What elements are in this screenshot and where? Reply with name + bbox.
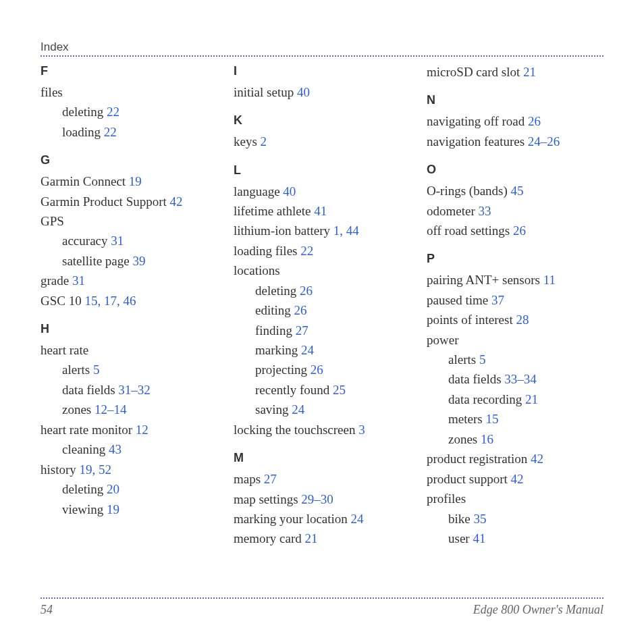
- index-term: recently found: [255, 383, 329, 397]
- page-link[interactable]: 44: [346, 223, 359, 238]
- page-link[interactable]: 37: [491, 293, 504, 307]
- index-subentry: data recording 21: [427, 390, 603, 409]
- page-link[interactable]: 21: [523, 65, 536, 79]
- index-entry: off road settings 26: [427, 221, 603, 240]
- index-entry: grade 31: [41, 271, 217, 290]
- page-link[interactable]: 42: [170, 194, 183, 209]
- page-footer: 54 Edge 800 Owner's Manual: [41, 597, 603, 617]
- index-term: grade: [41, 273, 69, 288]
- index-subentry: viewing 19: [41, 500, 217, 519]
- page-link[interactable]: 5: [479, 352, 486, 367]
- index-term: zones: [62, 402, 91, 417]
- page-link[interactable]: 27: [264, 472, 277, 486]
- index-entry: heart rate monitor 12: [41, 420, 217, 439]
- page-link[interactable]: 26: [311, 363, 323, 377]
- index-subentry: alerts 5: [41, 360, 217, 379]
- index-term: lithium-ion battery: [234, 223, 330, 238]
- index-term: initial setup: [234, 85, 294, 99]
- page-link[interactable]: 14: [114, 402, 127, 417]
- page-link[interactable]: 45: [511, 184, 524, 198]
- index-term: cleaning: [62, 442, 105, 456]
- index-entry: GPS: [41, 211, 217, 231]
- index-term: data recording: [448, 392, 522, 406]
- page-link[interactable]: 21: [305, 531, 318, 545]
- page-link[interactable]: 35: [473, 512, 486, 526]
- page-link[interactable]: 24: [292, 402, 304, 417]
- page-link[interactable]: 20: [107, 482, 119, 496]
- index-entry: GSC 10 15, 17, 46: [41, 291, 217, 311]
- page-link[interactable]: 31: [111, 234, 124, 248]
- index-subentry: recently found 25: [234, 380, 410, 400]
- index-term: Garmin Product Support: [41, 194, 167, 209]
- page-link[interactable]: 40: [283, 184, 296, 198]
- page-link[interactable]: 46: [123, 294, 136, 308]
- page-link[interactable]: 1: [333, 223, 340, 238]
- index-entry: language 40: [234, 182, 410, 201]
- page-link[interactable]: 12: [136, 423, 149, 437]
- page-link[interactable]: 15: [485, 412, 498, 426]
- index-term: data fields: [62, 383, 115, 397]
- page-link[interactable]: 28: [516, 313, 529, 327]
- index-term: accuracy: [62, 234, 108, 248]
- index-term: heart rate: [41, 343, 88, 357]
- index-column: Iinitial setup 40Kkeys 2Llanguage 40life…: [234, 62, 410, 549]
- page-link[interactable]: 19: [129, 174, 142, 188]
- page-link[interactable]: 5: [93, 363, 100, 377]
- page-link[interactable]: 43: [109, 442, 122, 456]
- page-link[interactable]: 31: [118, 383, 131, 397]
- index-subentry: deleting 26: [234, 281, 410, 300]
- page-link[interactable]: 22: [104, 125, 117, 139]
- page-link[interactable]: 19: [80, 462, 92, 477]
- page-link[interactable]: 16: [481, 432, 493, 446]
- index-entry: power: [427, 330, 603, 350]
- index-entry: product registration 42: [427, 449, 603, 468]
- page-link[interactable]: 40: [297, 85, 310, 99]
- index-term: lifetime athlete: [234, 204, 311, 218]
- page-link[interactable]: 24: [528, 134, 541, 149]
- index-subentry: zones 12–14: [41, 400, 217, 419]
- page-link[interactable]: 26: [547, 134, 560, 149]
- page-link[interactable]: 17: [104, 294, 117, 308]
- page-link[interactable]: 41: [314, 204, 327, 218]
- page-link[interactable]: 42: [531, 452, 543, 466]
- page-link[interactable]: 11: [543, 273, 556, 287]
- page-link[interactable]: 22: [107, 105, 119, 119]
- index-letter: F: [41, 62, 217, 81]
- page-link[interactable]: 33: [479, 204, 491, 218]
- page-link[interactable]: 21: [525, 392, 538, 406]
- page-link[interactable]: 19: [107, 502, 119, 516]
- page-link[interactable]: 29: [301, 492, 314, 506]
- page-link[interactable]: 15: [84, 294, 97, 308]
- page-link[interactable]: 41: [473, 531, 485, 545]
- page-link[interactable]: 24: [351, 512, 364, 526]
- page-link[interactable]: 26: [513, 223, 526, 238]
- index-term: marking: [255, 343, 298, 357]
- index-entry: points of interest 28: [427, 310, 603, 329]
- page-link[interactable]: 26: [294, 303, 307, 317]
- index-term: user: [448, 531, 470, 545]
- page-link[interactable]: 12: [95, 402, 107, 417]
- page-link[interactable]: 39: [132, 254, 145, 268]
- page-link[interactable]: 2: [261, 134, 267, 149]
- page-link[interactable]: 26: [528, 114, 541, 128]
- page-link[interactable]: 22: [300, 244, 313, 258]
- page-link[interactable]: 3: [358, 423, 365, 437]
- index-term: Garmin Connect: [41, 174, 126, 188]
- index-term: language: [234, 184, 280, 198]
- index-letter: O: [427, 161, 603, 180]
- page-link[interactable]: 34: [524, 372, 537, 386]
- page-link[interactable]: 31: [72, 273, 85, 288]
- page-link[interactable]: 24: [301, 343, 314, 357]
- page-link[interactable]: 30: [321, 492, 333, 506]
- page-link[interactable]: 32: [138, 383, 151, 397]
- page-link[interactable]: 26: [300, 284, 313, 298]
- page-link[interactable]: 33: [504, 372, 517, 386]
- index-term: satellite page: [62, 254, 130, 268]
- page-link[interactable]: 42: [511, 472, 524, 486]
- page-link[interactable]: 52: [99, 462, 111, 477]
- page-link[interactable]: 27: [296, 323, 308, 338]
- index-entry: maps 27: [234, 469, 410, 489]
- index-subentry: saving 24: [234, 400, 410, 419]
- page-link[interactable]: 25: [333, 383, 346, 397]
- index-term: meters: [448, 412, 483, 426]
